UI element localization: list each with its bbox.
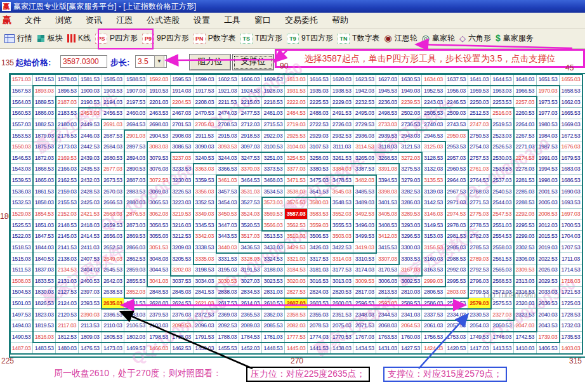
grid-cell[interactable]: 2022.53 [537, 253, 560, 265]
grid-cell[interactable]: 3352.53 [194, 197, 216, 209]
grid-cell[interactable]: 1704.03 [560, 231, 582, 242]
grid-cell[interactable]: 2519.53 [491, 119, 514, 131]
grid-cell[interactable]: 3100.53 [262, 141, 285, 153]
grid-cell[interactable]: 1844.03 [33, 242, 56, 254]
grid-cell[interactable]: 2376.03 [171, 309, 194, 320]
grid-cell[interactable]: 2225.53 [308, 96, 331, 108]
grid-cell[interactable]: 1837.03 [33, 265, 56, 276]
grid-cell[interactable]: 3160.03 [422, 253, 445, 265]
grid-cell[interactable]: 2446.03 [79, 130, 102, 141]
grid-cell[interactable]: 1522.03 [10, 231, 33, 242]
grid-cell[interactable]: 2414.53 [79, 231, 102, 242]
grid-cell[interactable]: 2544.03 [491, 197, 514, 209]
grid-cell[interactable]: 2050.53 [491, 320, 514, 332]
grid-cell[interactable]: 1469.53 [124, 343, 147, 354]
grid-cell[interactable]: 1938.53 [331, 86, 353, 97]
grid-cell[interactable]: 1546.53 [10, 152, 33, 164]
grid-cell[interactable]: 2320.03 [514, 298, 537, 310]
grid-cell[interactable]: 1487.03 [10, 343, 33, 354]
grid-cell[interactable]: 2229.03 [331, 96, 353, 108]
grid-cell[interactable]: 1753.03 [445, 332, 468, 343]
grid-cell[interactable]: 2841.53 [194, 287, 216, 298]
grid-cell[interactable]: 2747.03 [468, 119, 491, 131]
grid-cell[interactable]: 1564.03 [10, 96, 33, 108]
grid-cell[interactable]: 2386.53 [102, 309, 124, 320]
grid-cell[interactable]: 2120.53 [56, 309, 79, 320]
grid-cell[interactable]: 2565.03 [491, 265, 514, 276]
grid-cell[interactable]: 2988.53 [445, 253, 468, 265]
grid-cell[interactable]: 2026.03 [537, 265, 560, 276]
grid-cell[interactable]: 2110.03 [102, 320, 124, 332]
grid-cell[interactable]: 1732.03 [560, 320, 582, 332]
grid-cell[interactable]: 1438.03 [331, 343, 353, 354]
grid-cell[interactable]: 1588.53 [124, 74, 147, 86]
grid-cell[interactable]: 2222.03 [285, 96, 308, 108]
grid-cell[interactable]: 2495.03 [353, 108, 376, 119]
grid-cell[interactable]: 1840.53 [33, 253, 56, 265]
grid-cell[interactable]: 3254.53 [285, 152, 308, 164]
grid-cell[interactable]: 1529.03 [10, 209, 33, 220]
grid-cell[interactable]: 2680.53 [102, 152, 124, 164]
grid-cell[interactable]: 1574.53 [33, 74, 56, 86]
grid-cell[interactable]: 3226.53 [171, 186, 194, 197]
grid-cell[interactable]: 1627.03 [376, 74, 399, 86]
toolbar-item[interactable]: TNT数字表 [338, 33, 379, 44]
grid-cell[interactable]: 3125.03 [422, 141, 445, 153]
grid-cell[interactable]: 1770.53 [331, 332, 353, 343]
grid-cell[interactable]: 3559.03 [308, 219, 331, 231]
grid-cell[interactable]: 2971.03 [445, 197, 468, 209]
grid-cell[interactable]: 1994.53 [537, 164, 560, 175]
grid-cell[interactable]: 1599.03 [194, 74, 216, 86]
grid-cell[interactable]: 2159.03 [56, 186, 79, 197]
grid-cell[interactable]: 1900.03 [79, 86, 102, 97]
grid-cell[interactable]: 3548.53 [331, 197, 353, 209]
grid-cell[interactable]: 3489.03 [353, 197, 376, 209]
grid-cell[interactable]: 2425.03 [79, 197, 102, 209]
grid-cell[interactable]: 1585.03 [102, 74, 124, 86]
grid-cell[interactable]: 2999.03 [422, 276, 445, 287]
resistance-button[interactable]: 阻力位 [189, 54, 231, 70]
grid-cell[interactable]: 2908.03 [171, 130, 194, 141]
grid-cell[interactable]: 2572.03 [491, 287, 514, 298]
grid-cell[interactable]: 3251.03 [262, 152, 285, 164]
grid-cell[interactable]: 3335.03 [194, 253, 216, 265]
grid-cell[interactable]: 1536.03 [10, 186, 33, 197]
grid-cell[interactable]: 2337.53 [422, 309, 445, 320]
grid-cell[interactable]: 3324.53 [262, 253, 285, 265]
grid-cell[interactable]: 1868.53 [33, 164, 56, 175]
grid-cell[interactable]: 2071.53 [353, 320, 376, 332]
grid-cell[interactable]: 3370.03 [239, 164, 262, 175]
grid-cell[interactable]: 2295.53 [514, 219, 537, 231]
grid-cell[interactable]: 3513.53 [262, 231, 285, 242]
grid-cell[interactable]: 2957.03 [445, 152, 468, 164]
grid-cell[interactable]: 2316.53 [514, 287, 537, 298]
grid-cell[interactable]: 2579.03 [468, 298, 491, 310]
grid-cell[interactable]: 1966.53 [514, 86, 537, 97]
grid-cell[interactable]: 1669.03 [560, 119, 582, 131]
grid-cell[interactable]: 2166.03 [56, 164, 79, 175]
grid-cell[interactable]: 2883.53 [124, 186, 147, 197]
grid-cell[interactable]: 1812.53 [56, 332, 79, 343]
grid-cell[interactable]: 3044.53 [147, 265, 170, 276]
grid-cell[interactable]: 3398.03 [376, 186, 399, 197]
grid-cell[interactable]: 1676.03 [560, 141, 582, 153]
grid-cell[interactable]: 2890.53 [124, 164, 147, 175]
grid-cell[interactable]: 2281.53 [514, 175, 537, 186]
grid-cell[interactable]: 3349.03 [194, 209, 216, 220]
grid-cell[interactable]: 3072.53 [147, 175, 170, 186]
grid-cell[interactable]: 2096.03 [194, 320, 216, 332]
grid-cell[interactable]: 2442.53 [79, 141, 102, 153]
grid-cell[interactable]: 3013.03 [331, 276, 353, 287]
grid-cell[interactable]: 1805.53 [102, 332, 124, 343]
grid-cell[interactable]: 3195.03 [216, 265, 239, 276]
start-price-input[interactable]: 3587.0300 [60, 55, 107, 68]
grid-cell[interactable]: 1508.03 [10, 276, 33, 287]
grid-cell[interactable]: 2372.53 [194, 309, 216, 320]
grid-cell[interactable]: 3016.53 [308, 276, 331, 287]
grid-cell[interactable]: 1462.53 [171, 343, 194, 354]
grid-cell[interactable]: 1690.03 [560, 186, 582, 197]
grid-cell[interactable]: 2897.53 [124, 141, 147, 153]
grid-cell[interactable]: 3002.53 [399, 276, 422, 287]
grid-cell[interactable]: 2820.53 [331, 287, 353, 298]
grid-cell[interactable]: 1518.53 [10, 242, 33, 254]
